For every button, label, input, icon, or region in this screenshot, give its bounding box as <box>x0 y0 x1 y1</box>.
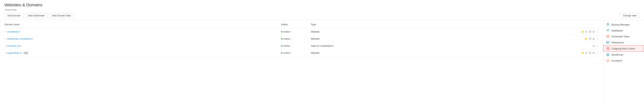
type-cell: Website <box>311 30 588 33</box>
header-section: Websites & Domains 4 items total Add Dom… <box>0 0 644 20</box>
sidebar-label: ImunifyAV <box>612 59 622 62</box>
sidebar-item-backup-manager[interactable]: Backup Manager <box>603 22 644 28</box>
folder-icon[interactable]: 📁 <box>581 30 584 33</box>
status-dot <box>281 31 282 32</box>
table-row: ∨ voorbeeld.nl Active ∨ Website 📁 ✉ 🗄 ⚙ … <box>4 28 598 35</box>
items-total: 4 items total <box>4 8 640 11</box>
table-row: ∨ example.com Active ∨ Alias for voorbee… <box>4 42 598 50</box>
status-cell: Active ∨ <box>281 38 311 40</box>
sliders-icon[interactable]: ⚙ <box>592 44 595 48</box>
sidebar-label: Scheduled Tasks <box>612 35 630 38</box>
status-text: Active <box>283 52 290 54</box>
sort-icon: ↓ <box>21 24 22 26</box>
domain-link[interactable]: subdomein.voorbeeld.nl <box>7 38 32 40</box>
actions-cell: 📁 ✉ 🗄 ⚙ ⋮ <box>588 30 598 33</box>
status-chevron[interactable]: ∨ <box>290 38 292 40</box>
backup-icon <box>606 23 610 26</box>
svg-rect-2 <box>607 36 609 38</box>
toggle-badge[interactable] <box>23 52 28 54</box>
database-icon[interactable]: 🗄 <box>589 52 591 54</box>
sidebar-item-databases[interactable]: Databases <box>603 28 644 34</box>
col-type: Type <box>311 22 588 26</box>
domain-name-cell: ∨ supporttest.nl <box>4 52 281 54</box>
domain-table: Domain name ↓ Status Type ∨ voorbeeld.nl… <box>0 20 603 106</box>
sidebar-item-scheduled-tasks[interactable]: Scheduled Tasks <box>603 34 644 40</box>
svg-point-12 <box>608 60 608 61</box>
add-domain-button[interactable]: Add Domain <box>4 13 24 18</box>
full-page: Websites & Domains 4 items total Add Dom… <box>0 0 644 106</box>
sliders-icon[interactable]: ⚙ <box>592 30 595 33</box>
right-sidebar: Backup Manager Databases <box>603 20 644 106</box>
status-dot <box>281 45 282 47</box>
status-text: Active <box>283 38 290 40</box>
databases-icon <box>606 29 610 32</box>
sidebar-item-wordpress[interactable]: W WordPress <box>603 52 644 58</box>
svg-text:W: W <box>607 54 609 56</box>
shield-icon <box>606 59 610 62</box>
wordpress-icon: W <box>606 53 610 56</box>
status-chevron[interactable]: ∨ <box>290 31 292 33</box>
database-icon[interactable]: 🗄 <box>589 38 591 40</box>
change-view-button[interactable]: Change view <box>620 13 640 18</box>
col-domain-name: Domain name ↓ <box>4 22 281 26</box>
content-section: Domain name ↓ Status Type ∨ voorbeeld.nl… <box>0 20 644 106</box>
actions-cell: 📁 ✉ 🗄 ⚙ ⋮ <box>588 52 598 54</box>
sidebar-label: Databases <box>612 29 623 32</box>
toolbar: Add Domain Add Subdomain Add Domain Alia… <box>4 13 640 20</box>
table-header: Domain name ↓ Status Type <box>4 21 598 28</box>
sliders-icon[interactable]: ⚙ <box>592 38 595 40</box>
mail-icon[interactable]: ✉ <box>585 52 588 54</box>
col-actions <box>588 22 598 26</box>
domain-link[interactable]: voorbeeld.nl <box>7 30 20 33</box>
type-cell: Website <box>311 52 588 54</box>
more-icon[interactable]: ⋮ <box>596 38 598 40</box>
sliders-icon[interactable]: ⚙ <box>592 52 595 54</box>
expand-chevron[interactable]: ∨ <box>4 31 6 33</box>
status-dot <box>281 38 282 40</box>
sidebar-label: WordPress <box>612 53 623 56</box>
status-chevron[interactable]: ∨ <box>290 52 292 54</box>
sidebar-item-webspaces[interactable]: Webspaces <box>603 40 644 46</box>
mail-icon[interactable]: ✉ <box>585 30 588 33</box>
status-cell: Active ∨ <box>281 44 311 47</box>
status-cell: Active ∨ <box>281 52 311 54</box>
sidebar-label: Webspaces <box>612 41 624 44</box>
add-subdomain-button[interactable]: Add Subdomain <box>25 13 48 18</box>
status-chevron[interactable]: ∨ <box>290 45 292 47</box>
expand-chevron[interactable]: ∨ <box>4 45 6 47</box>
expand-chevron[interactable]: ∨ <box>4 52 6 54</box>
domain-link[interactable]: example.com <box>7 44 21 47</box>
actions-cell: 📁 🗄 ⚙ ⋮ <box>588 38 598 40</box>
table-row: ∨ supporttest.nl Active ∨ Website 📁 ✉ 🗄 … <box>4 50 598 56</box>
sidebar-item-outgoing-mail-control[interactable]: Outgoing Mail Control <box>603 46 644 52</box>
domain-name-cell: ∨ example.com <box>4 44 281 47</box>
more-icon[interactable]: ⋮ <box>596 30 598 33</box>
domain-name-cell: ∨ voorbeeld.nl <box>4 30 281 33</box>
domain-name-cell: ∨ subdomein.voorbeeld.nl <box>4 38 281 40</box>
add-domain-alias-button[interactable]: Add Domain Alias <box>49 13 74 18</box>
status-cell: Active ∨ <box>281 30 311 33</box>
folder-icon[interactable]: 📁 <box>581 52 584 54</box>
table-row: ∨ subdomein.voorbeeld.nl Active ∨ Websit… <box>4 35 598 42</box>
type-cell: Website <box>311 38 588 40</box>
webspace-icon <box>606 41 610 44</box>
page-title: Websites & Domains <box>4 2 640 8</box>
status-text: Active <box>283 44 290 47</box>
svg-rect-8 <box>607 42 608 43</box>
type-cell: Alias for voorbeeld.nl <box>311 44 588 47</box>
status-text: Active <box>283 30 290 33</box>
more-icon[interactable]: ⋮ <box>596 44 598 48</box>
domain-link[interactable]: supporttest.nl <box>7 52 22 54</box>
status-dot <box>281 52 282 54</box>
mail-control-icon <box>606 47 610 50</box>
sidebar-item-imunifyav[interactable]: ImunifyAV <box>603 58 644 64</box>
folder-icon[interactable]: 📁 <box>584 38 588 40</box>
expand-chevron[interactable]: ∨ <box>4 38 6 40</box>
database-icon[interactable]: 🗄 <box>589 30 591 33</box>
more-icon[interactable]: ⋮ <box>596 52 598 54</box>
sidebar-label: Backup Manager <box>612 23 630 26</box>
col-status: Status <box>281 22 311 26</box>
sidebar-label: Outgoing Mail Control <box>612 47 635 50</box>
actions-cell: ⚙ ⋮ <box>588 44 598 48</box>
clock-icon <box>606 35 610 38</box>
